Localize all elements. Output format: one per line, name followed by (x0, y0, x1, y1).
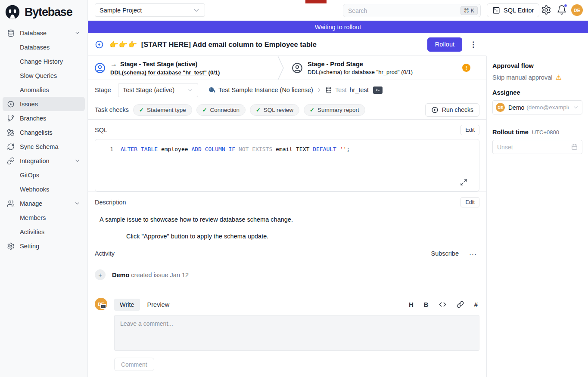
rollout-time-label: Rollout time (492, 129, 529, 136)
kebab-menu-icon[interactable]: ⋮ (470, 41, 477, 48)
run-checks-button[interactable]: Run checks (425, 103, 479, 117)
rollout-time-input[interactable]: Unset (492, 140, 582, 154)
sidebar-item-gitops[interactable]: GitOps (3, 168, 85, 182)
hash-format-icon[interactable]: # (474, 301, 478, 308)
issue-header: 👉👉👉 [START HERE] Add email column to Emp… (88, 33, 486, 56)
pointing-finger-emoji: 👉👉👉 (109, 40, 137, 49)
sidebar-item-manage[interactable]: Manage (3, 196, 85, 210)
search-box[interactable]: ⌘ K (343, 4, 481, 17)
sidebar-item-issues[interactable]: Issues (3, 97, 85, 111)
user-avatar[interactable]: DE (571, 4, 583, 16)
tab-preview[interactable]: Preview (142, 299, 175, 311)
database-breadcrumb: Test Sample Instance (No license) Test h… (208, 87, 383, 94)
circle-dot-icon (7, 100, 15, 108)
bytebase-app: Bytebase Database Databases Change Histo… (0, 0, 588, 377)
stage-progress: (0/1) (207, 69, 220, 76)
check-icon: ✓ (139, 107, 144, 113)
assignee-avatar: DE (496, 103, 505, 112)
stage-card-prod[interactable]: Stage - Prod Stage DDL(schema) for datab… (285, 56, 486, 80)
task-checks-label: Task checks (95, 106, 129, 113)
sql-editor-button[interactable]: SQL Editor (487, 3, 539, 17)
database-link[interactable]: hr_test (350, 87, 369, 93)
tab-write[interactable]: Write (114, 299, 140, 311)
link-icon (7, 157, 15, 165)
settings-gear-icon[interactable] (541, 5, 551, 15)
sidebar-item-branches[interactable]: Branches (3, 111, 85, 125)
check-pill-connection[interactable]: ✓Connection (196, 104, 246, 116)
activity-actor: Demo (112, 272, 129, 278)
description-edit-button[interactable]: Edit (460, 197, 479, 207)
check-pill-summary-report[interactable]: ✓Summary report (304, 104, 365, 116)
sync-icon (7, 143, 15, 151)
stage-title[interactable]: Stage - Test Stage (active) (120, 61, 197, 68)
sql-code-editor[interactable]: 1 ALTER TABLE employee ADD COLUMN IF NOT… (95, 139, 479, 192)
more-options-icon[interactable]: ··· (469, 250, 477, 257)
sql-edit-button[interactable]: Edit (460, 125, 479, 135)
sidebar-item-webhooks[interactable]: Webhooks (3, 182, 85, 196)
activity-entry: + Democreated issue Jan 12 (95, 269, 479, 280)
pencil-ruler-icon (7, 129, 15, 136)
stage-task: DDL(schema) for database "hr_prod" (0/1) (308, 69, 413, 75)
plus-icon: + (95, 269, 106, 280)
instance-link[interactable]: Test Sample Instance (No license) (218, 87, 313, 93)
sidebar-item-members[interactable]: Members (3, 210, 85, 225)
open-sql-editor-icon[interactable] (373, 87, 383, 94)
sidebar-item-setting[interactable]: Setting (3, 239, 85, 253)
check-pill-statement-type[interactable]: ✓Statement type (133, 104, 192, 116)
database-icon (7, 29, 15, 37)
comment-textarea[interactable] (115, 315, 479, 350)
project-selector[interactable]: Sample Project (95, 3, 205, 17)
assignee-name: Demo (508, 104, 524, 111)
topbar: Sample Project ⌘ K SQL Editor DE (88, 0, 588, 21)
stage-selector-row: Stage Test Stage (active) Test Sample In… (88, 80, 486, 100)
comment-input-box (114, 315, 479, 351)
check-icon: ✓ (202, 107, 207, 113)
logo-text: Bytebase (25, 6, 72, 19)
search-input[interactable] (348, 7, 460, 14)
warning-icon: ! (462, 64, 470, 72)
sidebar-item-integration[interactable]: Integration (3, 154, 85, 168)
assignee-select[interactable]: DE Demo (demo@example (492, 100, 582, 114)
subscribe-button[interactable]: Subscribe (431, 250, 459, 257)
sidebar-item-database[interactable]: Database (3, 26, 85, 40)
description-text: A sample issue to showcase how to review… (100, 216, 479, 223)
sidebar-item-anomalies[interactable]: Anomalies (3, 83, 85, 97)
sidebar-item-slow-queries[interactable]: Slow Queries (3, 68, 85, 83)
rollout-button[interactable]: Rollout (427, 37, 462, 52)
check-icon: ✓ (310, 107, 314, 113)
environment-label: Test (335, 87, 347, 93)
sidebar-item-sync-schema[interactable]: Sync Schema (3, 139, 85, 154)
bytebase-logo[interactable]: Bytebase (0, 0, 87, 22)
divider (487, 122, 588, 122)
stage-card-test[interactable]: → Stage - Test Stage (active) DDL(schema… (88, 56, 277, 80)
notification-bell-icon[interactable] (557, 5, 567, 15)
sidebar-item-activities[interactable]: Activities (3, 225, 85, 239)
approval-flow-value: Skip manual approval (492, 74, 552, 81)
bold-format-icon[interactable]: B (424, 301, 429, 308)
comment-bubble-badge: ·· (100, 304, 106, 309)
sidebar-item-changelists[interactable]: Changelists (3, 125, 85, 139)
sidebar-item-databases[interactable]: Databases (3, 40, 85, 54)
code-format-icon[interactable] (439, 301, 446, 308)
git-branch-icon (7, 114, 15, 122)
chevron-down-icon (572, 104, 579, 111)
issue-side-panel: Approval flow Skip manual approval ⚠ Ass… (486, 56, 588, 377)
database-icon (325, 87, 332, 93)
arrow-right-icon: → (110, 60, 117, 68)
stage-select[interactable]: Test Stage (active) (118, 83, 198, 97)
warning-triangle-icon: ⚠ (555, 74, 561, 81)
sidebar-item-change-history[interactable]: Change History (3, 54, 85, 68)
check-pill-sql-review[interactable]: ✓SQL review (250, 104, 299, 116)
heading-format-icon[interactable]: H (409, 301, 414, 308)
link-format-icon[interactable] (457, 301, 464, 308)
calendar-icon (571, 144, 578, 150)
terminal-square-icon (492, 6, 500, 14)
activity-section: Activity Subscribe ··· + Democreated iss… (88, 243, 486, 371)
issue-title: 👉👉👉 [START HERE] Add email column to Emp… (109, 40, 317, 49)
check-icon: ✓ (256, 107, 261, 113)
stage-task-link[interactable]: DDL(schema) for database "hr_test" (110, 69, 207, 76)
assignee-label: Assignee (492, 89, 582, 96)
stage-label: Stage (95, 87, 111, 93)
comment-submit-button[interactable]: Comment (114, 358, 154, 371)
expand-fullscreen-icon[interactable] (460, 179, 467, 186)
